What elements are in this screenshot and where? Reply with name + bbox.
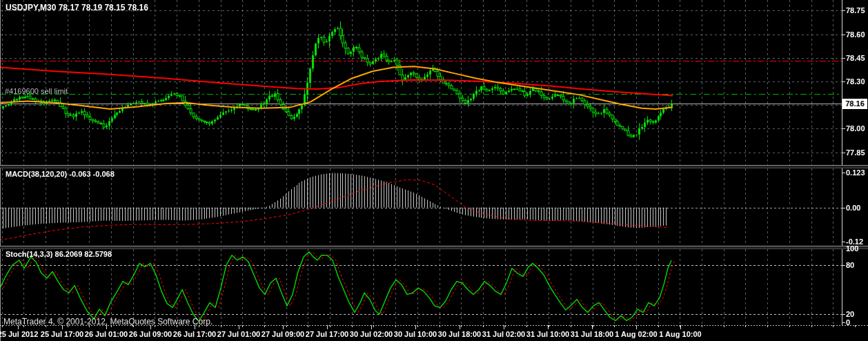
time-tick-label: 27 Jul 09:00 [262, 330, 304, 338]
macd-tick-label: 0.123 [846, 168, 865, 177]
time-tick-label: 31 Jul 02:00 [482, 330, 525, 338]
time-tick-label: 26 Jul 09:00 [129, 330, 172, 338]
time-tick-label: 26 Jul 01:00 [85, 330, 128, 338]
price-tick-label: 78.00 [846, 124, 865, 133]
macd-tick-label: 0.00 [846, 204, 860, 212]
macd-indicator-label: MACD(38,120,20) -0.063 -0.068 [6, 170, 115, 178]
price-axis[interactable]: 78.7578.6078.4578.3078.0077.850.1230.00-… [842, 0, 868, 325]
time-tick-label: 30 Jul 10:00 [394, 330, 437, 338]
time-tick-label: 30 Jul 02:00 [350, 330, 393, 338]
time-tick-label: 25 Jul 2012 [0, 330, 38, 338]
stoch-indicator-label: Stoch(14,3,3) 86.2069 82.5798 [6, 250, 112, 258]
time-tick-label: 30 Jul 18:00 [438, 330, 481, 338]
time-tick-label: 25 Jul 17:00 [41, 330, 83, 338]
time-tick-label: 31 Jul 10:00 [526, 330, 569, 338]
time-tick-label: 31 Jul 18:00 [571, 330, 613, 338]
order-sell-limit-label: #4169600 sell limit [5, 87, 68, 95]
current-price-tag: 78.16 [842, 99, 867, 109]
chart-canvas[interactable] [0, 0, 868, 341]
time-tick-label: 1 Aug 02:00 [615, 330, 657, 338]
mt4-chart-window: USDJPY,M30 78.17 78.19 78.15 78.16 #4169… [0, 0, 868, 341]
price-tick-label: 78.30 [846, 77, 865, 86]
time-tick-label: 27 Jul 17:00 [306, 330, 348, 338]
time-tick-label: 26 Jul 17:00 [173, 330, 216, 338]
price-tick-label: 78.75 [846, 6, 865, 14]
time-tick-label: 27 Jul 01:00 [217, 330, 260, 338]
stoch-tick-label: 100 [846, 244, 858, 253]
price-tick-label: 78.60 [846, 30, 865, 39]
time-axis[interactable]: 25 Jul 201225 Jul 17:0026 Jul 01:0026 Ju… [0, 325, 868, 341]
chart-title: USDJPY,M30 78.17 78.19 78.15 78.16 [6, 3, 148, 12]
panel-splitter-macd[interactable] [0, 165, 868, 168]
stoch-tick-label: 20 [846, 310, 854, 318]
stoch-tick-label: 80 [846, 261, 854, 269]
price-tick-label: 78.45 [846, 54, 865, 62]
price-tick-label: 77.85 [846, 148, 865, 157]
time-tick-label: 1 Aug 10:00 [659, 330, 701, 338]
panel-splitter-stoch[interactable] [0, 246, 868, 249]
